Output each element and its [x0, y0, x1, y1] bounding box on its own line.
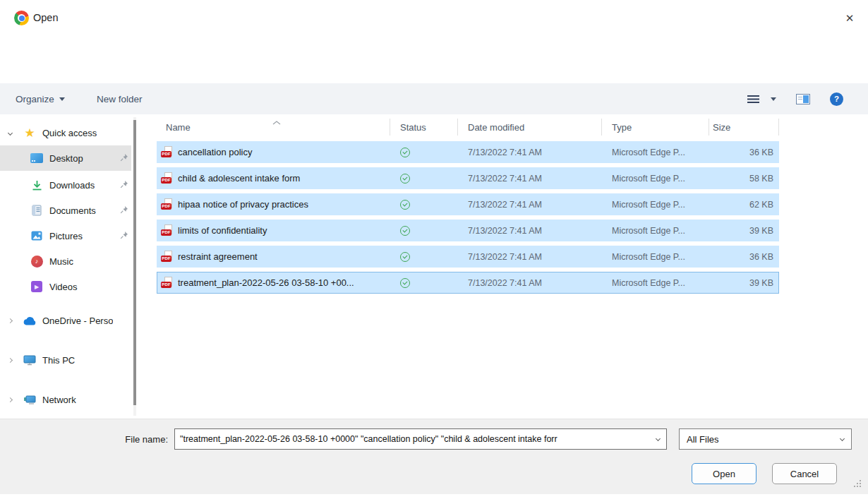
preview-pane-button[interactable]	[796, 83, 810, 114]
column-divider[interactable]	[601, 119, 602, 136]
file-list: PDFcancellation policy 7/13/2022 7:41 AM…	[157, 141, 779, 298]
expand-chevron-icon[interactable]	[8, 357, 13, 362]
column-header-name[interactable]: Name	[166, 122, 191, 133]
organize-dropdown-icon	[59, 97, 65, 101]
pdf-file-icon: PDF	[161, 224, 173, 236]
checkmark-circle-icon	[400, 226, 410, 236]
file-type: Microsoft Edge P...	[612, 246, 685, 268]
file-date-modified: 7/13/2022 7:41 AM	[468, 220, 542, 241]
sidebar-item-desktop[interactable]: Desktop	[0, 145, 131, 171]
file-size: 36 KB	[749, 141, 773, 163]
column-divider[interactable]	[457, 119, 458, 136]
pin-icon	[120, 205, 128, 216]
pdf-file-icon: PDF	[161, 146, 173, 158]
file-date-modified: 7/13/2022 7:41 AM	[468, 246, 542, 268]
file-type-select[interactable]: All Files	[679, 428, 852, 450]
sidebar-item-downloads[interactable]: Downloads	[0, 172, 131, 198]
file-row[interactable]: PDFrestraint agreement 7/13/2022 7:41 AM…	[157, 246, 779, 268]
file-name-input[interactable]	[175, 429, 666, 449]
file-row[interactable]: PDFcancellation policy 7/13/2022 7:41 AM…	[157, 141, 779, 163]
sidebar-item-documents[interactable]: Documents	[0, 198, 131, 223]
file-name-combobox	[174, 428, 667, 450]
resize-grip[interactable]	[854, 480, 862, 488]
collapse-chevron-icon[interactable]	[8, 130, 13, 135]
sort-ascending-icon	[272, 116, 281, 127]
command-toolbar: Organize New folder ?	[0, 83, 868, 114]
help-button[interactable]: ?	[830, 83, 843, 114]
downloads-icon	[30, 178, 44, 192]
expand-chevron-icon[interactable]	[8, 397, 13, 402]
sidebar-scrollbar	[133, 117, 136, 416]
column-header-type[interactable]: Type	[612, 122, 632, 133]
sidebar-item-pictures[interactable]: Pictures	[0, 223, 131, 248]
pdf-file-icon: PDF	[161, 198, 173, 210]
column-divider[interactable]	[709, 119, 709, 136]
dialog-footer: File name: All Files Open Cancel	[0, 419, 868, 494]
sidebar-item-onedrive[interactable]: OneDrive - Perso	[0, 308, 131, 333]
file-size: 39 KB	[749, 220, 773, 241]
view-mode-button[interactable]	[747, 83, 759, 114]
file-name: treatment_plan-2022-05-26 03-58-10 +00..…	[178, 277, 354, 288]
file-row[interactable]: PDFhipaa notice of privacy practices 7/1…	[157, 193, 779, 215]
file-size: 58 KB	[749, 167, 773, 189]
checkmark-circle-icon	[400, 200, 410, 210]
window-title: Open	[33, 12, 58, 23]
open-file-dialog: Open ✕ ← → ↑ › This PC › Desktop	[0, 0, 868, 494]
checkmark-circle-icon	[400, 252, 410, 262]
file-type: Microsoft Edge P...	[612, 272, 685, 294]
checkmark-circle-icon	[400, 174, 410, 184]
file-name: child & adolescent intake form	[178, 173, 300, 184]
sidebar-item-network[interactable]: Network	[0, 387, 131, 412]
pdf-file-icon: PDF	[161, 251, 173, 263]
file-name: cancellation policy	[178, 147, 253, 157]
column-header-date-modified[interactable]: Date modified	[468, 122, 524, 133]
sidebar-item-videos[interactable]: ▶ Videos	[0, 274, 131, 299]
network-icon	[23, 392, 37, 407]
onedrive-icon	[23, 313, 37, 328]
preview-pane-icon	[796, 94, 810, 104]
title-bar: Open ✕	[0, 0, 868, 37]
close-icon[interactable]: ✕	[838, 8, 861, 28]
pin-icon	[120, 153, 128, 164]
file-name: restraint agreement	[178, 251, 258, 262]
column-divider[interactable]	[778, 119, 779, 136]
column-header-status[interactable]: Status	[400, 122, 426, 133]
file-row[interactable]: PDFlimits of confidentiality 7/13/2022 7…	[157, 220, 779, 241]
sidebar-item-music[interactable]: ♪ Music	[0, 248, 131, 274]
checkmark-circle-icon	[400, 278, 410, 288]
file-date-modified: 7/13/2022 7:41 AM	[468, 167, 542, 189]
cancel-button[interactable]: Cancel	[772, 463, 837, 484]
desktop-icon	[30, 153, 43, 163]
file-list-header: Name Status Date modified Type Size	[157, 117, 800, 138]
file-type-dropdown-chevron-icon	[840, 436, 845, 441]
new-folder-button[interactable]: New folder	[97, 83, 143, 114]
expand-chevron-icon[interactable]	[8, 318, 13, 323]
file-date-modified: 7/13/2022 7:41 AM	[468, 272, 542, 294]
this-pc-icon	[23, 353, 37, 367]
sidebar-item-this-pc[interactable]: This PC	[0, 347, 131, 373]
file-row[interactable]: PDFtreatment_plan-2022-05-26 03-58-10 +0…	[157, 272, 779, 294]
checkmark-circle-icon	[400, 148, 410, 157]
chrome-icon	[14, 11, 29, 25]
documents-icon	[30, 203, 44, 217]
file-date-modified: 7/13/2022 7:41 AM	[468, 141, 542, 163]
view-mode-dropdown-icon[interactable]	[771, 83, 776, 114]
file-type: Microsoft Edge P...	[612, 220, 685, 241]
file-type: Microsoft Edge P...	[612, 141, 685, 163]
sidebar-section-quick-access[interactable]: ★ Quick access	[0, 120, 131, 145]
open-button[interactable]: Open	[692, 463, 757, 484]
star-icon: ★	[24, 127, 35, 139]
file-size: 39 KB	[749, 272, 773, 294]
organize-button[interactable]: Organize	[16, 83, 65, 114]
column-divider[interactable]	[390, 119, 390, 136]
music-icon: ♪	[31, 256, 43, 268]
pin-icon	[120, 231, 128, 241]
file-type: Microsoft Edge P...	[612, 193, 685, 215]
file-type: Microsoft Edge P...	[612, 167, 685, 189]
file-name: limits of confidentiality	[178, 225, 267, 236]
scrollbar-thumb[interactable]	[133, 120, 136, 405]
file-row[interactable]: PDFchild & adolescent intake form 7/13/2…	[157, 167, 779, 189]
pdf-file-icon: PDF	[161, 277, 173, 289]
file-size: 36 KB	[749, 246, 773, 268]
column-header-size[interactable]: Size	[713, 122, 730, 133]
